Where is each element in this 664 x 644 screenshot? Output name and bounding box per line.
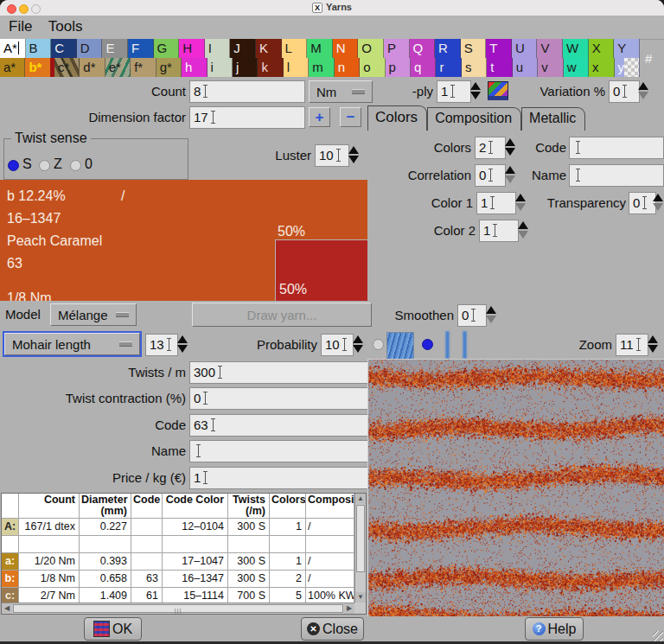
probability-spinner[interactable]	[352, 334, 364, 354]
transparency-spinner[interactable]	[652, 192, 664, 213]
yarn-slot-j[interactable]: j	[233, 58, 258, 77]
yarn-slot-R[interactable]: R	[435, 39, 461, 58]
probability-input[interactable]: 10	[321, 334, 354, 356]
yarn-slot-i[interactable]: i	[208, 58, 233, 77]
yarn-slot-G[interactable]: G	[154, 39, 180, 58]
ply-input[interactable]: 1	[437, 80, 471, 103]
yarn-slot-f-star[interactable]: f*	[131, 58, 156, 77]
yarn-slot-d-star[interactable]: d*	[80, 58, 105, 77]
smoothen-spinner[interactable]	[485, 304, 497, 325]
variation-input[interactable]: 0	[609, 80, 640, 103]
yarn-slot-k[interactable]: k	[258, 58, 283, 77]
tab-composition[interactable]: Composition	[427, 107, 521, 131]
code-input[interactable]	[569, 137, 664, 159]
ply-spinner[interactable]	[469, 80, 482, 101]
yarn-slot-w[interactable]: w	[564, 58, 589, 77]
yarn-slot-x[interactable]: x	[589, 58, 614, 77]
yarn-slot-Q[interactable]: Q	[410, 39, 436, 58]
yarn-slot-Y[interactable]: Y	[614, 39, 640, 58]
scroll-left-icon[interactable]: ◀	[2, 603, 12, 614]
zoom-spinner[interactable]	[647, 334, 659, 354]
scroll-up-icon[interactable]: ▲	[355, 494, 366, 504]
yarn-slot-O[interactable]: O	[358, 39, 384, 58]
yarn-slot-K[interactable]: K	[256, 39, 282, 58]
yarn-slot-p[interactable]: p	[386, 58, 411, 77]
variation-spinner[interactable]	[637, 80, 649, 101]
table-row[interactable]: b:1/8 Nm0.6586316–1347300 S2/	[2, 571, 354, 588]
hairy-yarn-radio[interactable]	[422, 339, 433, 350]
draw-yarn-button[interactable]: Draw yarn...	[192, 303, 372, 327]
color1-input[interactable]: 1	[476, 192, 516, 214]
luster-spinner[interactable]	[348, 144, 360, 165]
zoom-input[interactable]: 11	[616, 334, 648, 356]
yarn-slot-A-star[interactable]: A*	[0, 39, 26, 58]
close-button[interactable]: ✕ Close	[301, 617, 364, 641]
name-input[interactable]	[569, 164, 664, 187]
yarn-slot-P[interactable]: P	[384, 39, 410, 58]
help-button[interactable]: ? Help	[525, 617, 584, 641]
yarn-slot-l[interactable]: l	[284, 58, 309, 77]
yarn-slot-E[interactable]: E	[102, 39, 128, 58]
table-row[interactable]: c:2/7 Nm1.4096115–1114700 S5100% KW	[2, 588, 354, 603]
correlation-input[interactable]: 0	[475, 164, 506, 187]
yarn-slot-S[interactable]: S	[461, 39, 487, 58]
yarn-slot-U[interactable]: U	[512, 39, 538, 58]
yarn-slot-o[interactable]: o	[360, 58, 385, 77]
menu-file[interactable]: File	[0, 16, 38, 35]
twist-z-radio[interactable]	[39, 160, 50, 171]
yarn-slot-a-star[interactable]: a*	[0, 58, 25, 77]
yarn-slot-X[interactable]: X	[589, 39, 615, 58]
yarn-slot-F[interactable]: F	[128, 39, 154, 58]
yarn-slot-V[interactable]: V	[537, 39, 563, 58]
color-stack-icon[interactable]	[488, 81, 508, 100]
mohair-length-dropdown[interactable]: Mohair length	[4, 333, 140, 355]
vertical-scroll-thumb[interactable]	[356, 505, 365, 572]
menu-tools[interactable]: Tools	[42, 16, 89, 35]
color2-input[interactable]: 1	[479, 220, 519, 242]
price-kg-input[interactable]: 1	[189, 467, 373, 489]
twists-m-input[interactable]: 300	[189, 361, 373, 384]
colors-count-input[interactable]: 2	[475, 137, 506, 159]
yarn-slot-W[interactable]: W	[563, 39, 589, 58]
yarn-slot-r[interactable]: r	[436, 58, 461, 77]
resize-grip[interactable]	[653, 631, 663, 641]
model-dropdown[interactable]: Mélange	[50, 303, 137, 326]
table-row[interactable]: A:167/1 dtex0.22712–0104300 S1/	[2, 519, 354, 536]
unit-dropdown[interactable]: Nm	[309, 80, 373, 103]
color2-spinner[interactable]	[517, 220, 529, 240]
twist-0-radio[interactable]	[70, 160, 81, 171]
twist-s-radio[interactable]	[8, 160, 19, 171]
yarn-slot-H[interactable]: H	[179, 39, 205, 58]
yarn-slot-J[interactable]: J	[230, 39, 256, 58]
yarn-slot-m[interactable]: m	[309, 58, 334, 77]
dimension-factor-input[interactable]: 17	[189, 106, 305, 129]
yarn-slot-N[interactable]: N	[333, 39, 359, 58]
yarn-slot-h[interactable]: h	[182, 58, 207, 77]
add-button[interactable]: +	[309, 107, 330, 127]
yarn-slot-I[interactable]: I	[205, 39, 231, 58]
ok-button[interactable]: OK	[84, 617, 142, 641]
yarn-slot-L[interactable]: L	[282, 39, 308, 58]
horizontal-scroll-thumb[interactable]: |||	[13, 604, 343, 613]
yarn-slot-C[interactable]: C	[51, 39, 77, 58]
yarn-slot-y[interactable]: y	[615, 58, 640, 77]
yarn-slot-q[interactable]: q	[411, 58, 436, 77]
yarn-slot-D[interactable]: D	[77, 39, 103, 58]
color1-spinner[interactable]	[514, 192, 527, 213]
mohair-length-input[interactable]: 13	[145, 334, 178, 356]
yarn-slot-v[interactable]: v	[538, 58, 563, 77]
yarn-slot-n[interactable]: n	[335, 58, 360, 77]
name-input[interactable]	[189, 440, 373, 462]
scroll-right-icon[interactable]: ▶	[344, 603, 354, 614]
yarn-slot-b-star[interactable]: b*	[25, 58, 54, 77]
yarn-slot-s[interactable]: s	[462, 58, 487, 77]
table-row[interactable]	[2, 536, 354, 553]
yarn-slot-u[interactable]: u	[513, 58, 538, 77]
code-input[interactable]: 63	[189, 414, 373, 437]
count-input[interactable]: 8	[189, 80, 305, 103]
yarn-slot-B[interactable]: B	[26, 39, 52, 58]
correlation-spinner[interactable]	[504, 164, 516, 185]
table-row[interactable]: a:1/20 Nm0.39317–1047300 S1/	[2, 553, 354, 571]
remove-button[interactable]: −	[340, 107, 361, 127]
table-vertical-scrollbar[interactable]: ▲ ▼	[354, 494, 366, 603]
